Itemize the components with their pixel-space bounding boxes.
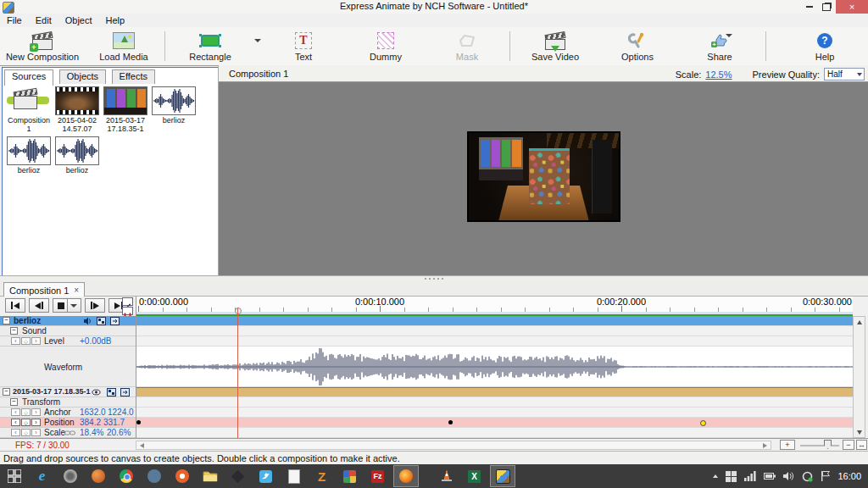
- frame-icon[interactable]: [97, 317, 106, 325]
- network-icon[interactable]: [726, 471, 737, 482]
- automation-curve-icon[interactable]: [122, 297, 133, 306]
- property-row-anchor[interactable]: Anchor 1632.0 1224.0: [0, 408, 136, 418]
- file-explorer-icon[interactable]: [196, 465, 224, 487]
- menu-help[interactable]: Help: [99, 14, 132, 27]
- zoom-fit-button[interactable]: ↔: [856, 440, 867, 450]
- property-row-position[interactable]: Position 384.2 331.7: [0, 418, 136, 428]
- keyframe-dot[interactable]: [448, 420, 453, 424]
- text-button[interactable]: Text: [266, 30, 341, 63]
- add-keyframe-button[interactable]: [21, 337, 31, 345]
- timeline-horizontal-scrollbar[interactable]: [136, 441, 771, 450]
- zoom-out-button[interactable]: −: [843, 440, 854, 450]
- source-item-composition[interactable]: Composition 1: [5, 86, 53, 134]
- tray-expand-icon[interactable]: [713, 474, 718, 478]
- restore-button[interactable]: [819, 0, 834, 14]
- collapse-icon[interactable]: [10, 327, 18, 335]
- add-keyframe-button[interactable]: [21, 419, 31, 426]
- close-tab-icon[interactable]: [74, 286, 79, 295]
- snap-magnet-icon[interactable]: [122, 307, 133, 315]
- filezilla-icon[interactable]: Fz: [364, 465, 392, 487]
- eye-icon[interactable]: [92, 388, 101, 396]
- options-button[interactable]: Options: [599, 30, 676, 63]
- clip-bar[interactable]: [136, 387, 853, 397]
- signal-icon[interactable]: [744, 471, 756, 481]
- scroll-left-icon[interactable]: [140, 443, 144, 448]
- camera-app-icon[interactable]: [56, 465, 84, 487]
- express-animate-taskbar-icon[interactable]: [490, 465, 515, 487]
- tab-objects[interactable]: Objects: [59, 69, 106, 84]
- collapse-icon[interactable]: [10, 398, 18, 406]
- taskbar-clock[interactable]: 16:00: [837, 471, 861, 481]
- dummy-button[interactable]: Dummy: [348, 30, 423, 63]
- collapse-icon[interactable]: [3, 317, 10, 324]
- link-icon[interactable]: [64, 430, 75, 436]
- track-header-berlioz[interactable]: berlioz: [0, 316, 136, 326]
- language-flag-icon[interactable]: [821, 471, 830, 481]
- playhead-line[interactable]: [237, 308, 238, 438]
- scroll-right-icon[interactable]: [763, 443, 767, 448]
- scale-value-link[interactable]: 12.5%: [705, 69, 732, 80]
- transform-content-row[interactable]: [136, 397, 853, 408]
- playhead-marker[interactable]: [235, 308, 242, 314]
- notepad-icon[interactable]: [280, 465, 308, 487]
- zoom-slider-handle[interactable]: [824, 440, 832, 449]
- group-row-sound[interactable]: Sound: [0, 326, 136, 336]
- source-item-image[interactable]: 2015-03-17 17.18.35-1: [102, 86, 149, 134]
- stop-button[interactable]: [53, 298, 81, 313]
- minimize-button[interactable]: [802, 0, 817, 14]
- zoom-slider-track[interactable]: [800, 445, 839, 446]
- position-x-value[interactable]: 384.2: [80, 418, 101, 427]
- new-composition-button[interactable]: New Composition: [3, 30, 81, 63]
- save-video-button[interactable]: Save Video: [517, 30, 593, 63]
- rectangle-dropdown-caret[interactable]: [254, 39, 261, 42]
- group-row-transform[interactable]: Transform: [0, 397, 136, 408]
- scale-content-row[interactable]: [136, 428, 853, 438]
- next-keyframe-button[interactable]: [31, 408, 41, 416]
- property-row-scale[interactable]: Scale 18.4% 20.6%: [0, 428, 136, 438]
- scale-y-value[interactable]: 20.6%: [107, 428, 131, 437]
- help-button[interactable]: Help: [787, 30, 863, 63]
- menu-edit[interactable]: Edit: [29, 14, 58, 27]
- timeline-vertical-scrollbar[interactable]: [853, 316, 865, 438]
- preview-quality-dropdown[interactable]: Half: [824, 68, 865, 80]
- scale-x-value[interactable]: 18.4%: [80, 428, 103, 437]
- anchor-content-row[interactable]: [136, 408, 853, 418]
- keyframe-dot[interactable]: [136, 420, 141, 424]
- action-center-icon[interactable]: [802, 471, 813, 482]
- vlc-icon[interactable]: [432, 465, 460, 487]
- rectangle-button[interactable]: Rectangle: [171, 30, 249, 63]
- keyframe-dot-selected[interactable]: [700, 420, 706, 426]
- scroll-down-icon[interactable]: [854, 427, 865, 437]
- loop-icon[interactable]: [120, 388, 130, 396]
- z-app-icon[interactable]: Z: [308, 465, 336, 487]
- close-button[interactable]: [836, 0, 868, 14]
- skype-icon[interactable]: [140, 465, 168, 487]
- property-row-level[interactable]: Level +0.00dB: [0, 336, 136, 347]
- waveform-content-row[interactable]: [136, 347, 853, 387]
- menu-object[interactable]: Object: [58, 14, 99, 27]
- anchor-x-value[interactable]: 1632.0: [80, 408, 106, 417]
- play-button[interactable]: [85, 298, 105, 313]
- frame-icon[interactable]: [107, 388, 116, 396]
- anchor-y-value[interactable]: 1224.0: [108, 408, 134, 417]
- previous-keyframe-button[interactable]: [11, 429, 20, 436]
- opera-icon[interactable]: [168, 465, 196, 487]
- add-keyframe-button[interactable]: [21, 408, 31, 416]
- volume-icon[interactable]: [783, 471, 794, 481]
- start-button[interactable]: [0, 465, 28, 487]
- source-item-audio[interactable]: berlioz: [53, 136, 101, 175]
- previous-keyframe-button[interactable]: [11, 408, 20, 416]
- inkscape-icon[interactable]: [224, 465, 252, 487]
- internet-explorer-icon[interactable]: e: [28, 465, 56, 487]
- menu-file[interactable]: File: [0, 14, 29, 27]
- berlioz-track-bar[interactable]: [136, 316, 853, 326]
- next-keyframe-button[interactable]: [31, 429, 41, 436]
- photo-editor-icon[interactable]: [336, 465, 364, 487]
- timeline-ruler[interactable]: 0:00:00.000 0:00:10.000 0:00:20.000 0:00…: [136, 297, 853, 316]
- tab-effects[interactable]: Effects: [112, 69, 155, 84]
- excel-icon[interactable]: X: [460, 465, 488, 487]
- composition-canvas[interactable]: [219, 82, 868, 275]
- tab-sources[interactable]: Sources: [4, 69, 53, 86]
- track-header-clip[interactable]: 2015-03-17 17.18.35-1: [0, 387, 136, 397]
- previous-frame-button[interactable]: [29, 298, 49, 313]
